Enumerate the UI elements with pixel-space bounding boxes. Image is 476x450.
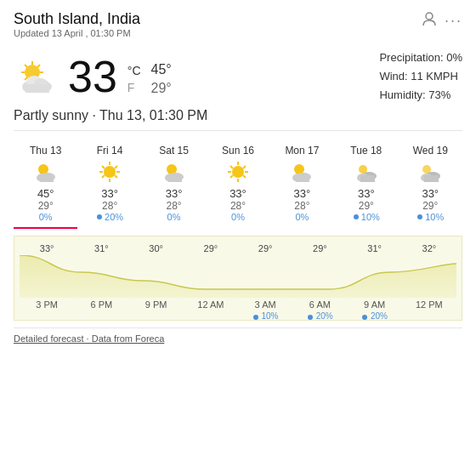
svg-point-57	[253, 315, 258, 320]
humidity-detail: Humidity: 73%	[379, 86, 462, 105]
day-icon	[353, 160, 380, 184]
day-label: Thu 13	[17, 145, 74, 157]
hourly-chart: 33°31°30°29°29°29°31°32° 3 PM6 PM9 PM12 …	[14, 236, 462, 321]
svg-point-20	[104, 166, 116, 178]
current-temp: 33	[68, 54, 117, 99]
chart-times: 3 PM6 PM9 PM12 AM3 AM6 AM9 AM12 PM	[20, 299, 456, 310]
day-precip: 10%	[402, 212, 459, 222]
more-icon[interactable]: ···	[445, 12, 462, 30]
svg-line-40	[243, 175, 246, 178]
current-weather: 33 °C F 45° 29° Precipitation: 0% Wind: …	[14, 48, 462, 105]
day-high: 45°	[17, 187, 74, 200]
forecast-day[interactable]: Sat 15 33° 28° 0%	[142, 140, 206, 229]
day-low: 29°	[337, 200, 394, 212]
svg-line-9	[25, 77, 27, 80]
svg-rect-46	[296, 176, 309, 182]
svg-point-59	[362, 315, 367, 320]
chart-temp-label: 31°	[348, 243, 402, 253]
day-icon	[32, 160, 60, 184]
svg-line-27	[115, 166, 117, 168]
forecast-day[interactable]: Fri 14 33° 28° 20%	[77, 140, 141, 229]
day-low: 28°	[274, 200, 331, 212]
divider	[14, 328, 462, 328]
user-icon[interactable]	[421, 10, 438, 31]
header: South Island, India Updated 13 April , 0…	[14, 10, 462, 47]
chart-time-label: 12 AM	[184, 299, 238, 310]
chart-temps: 33°31°30°29°29°29°31°32°	[20, 243, 456, 253]
location-section: South Island, India Updated 13 April , 0…	[14, 10, 140, 47]
precip-value: 0%	[167, 212, 181, 222]
day-high: 33°	[209, 187, 266, 200]
precip-value: 20%	[105, 212, 123, 222]
svg-rect-19	[40, 176, 54, 182]
precip-value: 0%	[39, 212, 53, 222]
feel-low: 29°	[151, 81, 172, 96]
chart-area	[20, 255, 456, 298]
svg-point-58	[308, 315, 313, 320]
svg-point-56	[417, 214, 422, 219]
weather-card: South Island, India Updated 13 April , 0…	[0, 0, 476, 354]
day-low: 28°	[209, 200, 266, 212]
chart-time-label: 6 AM	[292, 299, 347, 310]
hourly-precip-label	[74, 311, 128, 321]
svg-rect-33	[168, 176, 182, 182]
hourly-precip-label	[20, 311, 74, 321]
day-label: Mon 17	[274, 145, 331, 157]
forecast-day[interactable]: Thu 13 45° 29° 0%	[14, 140, 77, 229]
forecast-day[interactable]: Tue 18 33° 29° 10%	[334, 140, 398, 229]
day-icon	[288, 160, 315, 184]
weather-details: Precipitation: 0% Wind: 11 KMPH Humidity…	[379, 48, 462, 105]
svg-line-6	[25, 65, 27, 67]
day-icon	[161, 160, 188, 184]
chart-time-label: 9 PM	[129, 299, 184, 310]
svg-line-25	[102, 166, 105, 168]
unit-celsius: °C	[128, 64, 141, 77]
chart-time-label: 9 AM	[348, 299, 402, 310]
day-low: 28°	[81, 200, 138, 212]
svg-line-8	[37, 65, 40, 67]
feel-high: 45°	[151, 62, 172, 77]
chart-temp-label: 29°	[184, 243, 238, 253]
hourly-precip-label: 10%	[238, 311, 292, 321]
day-label: Fri 14	[81, 145, 138, 157]
footer-text[interactable]: Detailed forecast · Data from Foreca	[14, 333, 164, 344]
hourly-precip-label	[402, 311, 456, 321]
precip-value: 0%	[231, 212, 245, 222]
chart-temp-label: 29°	[238, 243, 292, 253]
updated-time: Updated 13 April , 01:30 PM	[14, 28, 140, 38]
day-label: Sat 15	[145, 145, 202, 157]
day-high: 33°	[402, 187, 459, 200]
svg-rect-55	[424, 175, 439, 182]
svg-point-0	[426, 13, 433, 20]
day-icon	[96, 160, 123, 184]
day-precip: 20%	[81, 212, 138, 222]
forecast-day[interactable]: Mon 17 33° 28° 0%	[270, 140, 334, 229]
day-high: 33°	[337, 187, 394, 200]
chart-time-label: 6 PM	[74, 299, 128, 310]
forecast-days: Thu 13 45° 29° 0% Fri 14 33° 28° 20% Sat…	[14, 140, 462, 229]
svg-point-34	[232, 166, 244, 178]
chart-time-label: 3 AM	[238, 299, 292, 310]
forecast-day[interactable]: Sun 16 33° 28° 0%	[206, 140, 269, 229]
footer: Detailed forecast · Data from Foreca	[14, 333, 462, 344]
svg-line-28	[102, 175, 105, 178]
hourly-precip-label	[184, 311, 238, 321]
day-precip: 10%	[337, 212, 394, 222]
chart-temp-label: 31°	[74, 243, 128, 253]
feel-temps: 45° 29°	[151, 62, 172, 96]
condition-line: Partly sunny · Thu 13, 01:30 PM	[14, 108, 462, 131]
day-high: 33°	[81, 187, 138, 200]
svg-line-26	[115, 175, 117, 178]
forecast-day[interactable]: Wed 19 33° 29° 10%	[399, 140, 462, 229]
day-precip: 0%	[145, 212, 202, 222]
precip-value: 0%	[295, 212, 309, 222]
day-high: 33°	[274, 187, 331, 200]
day-label: Tue 18	[337, 145, 394, 157]
header-icons: ···	[421, 10, 462, 31]
hourly-precip-label	[129, 311, 184, 321]
day-low: 29°	[402, 200, 459, 212]
day-low: 29°	[17, 200, 74, 212]
day-high: 33°	[145, 187, 202, 200]
precipitation-detail: Precipitation: 0%	[379, 48, 462, 67]
hourly-precip-label: 20%	[292, 311, 347, 321]
